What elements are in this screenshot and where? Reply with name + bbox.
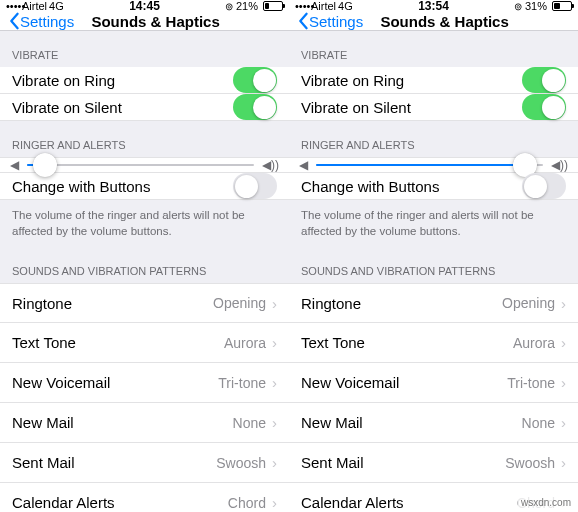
row-label: Change with Buttons: [301, 178, 522, 195]
page-title: Sounds & Haptics: [30, 13, 281, 30]
speaker-low-icon: ◀: [299, 158, 308, 172]
chevron-right-icon: ›: [272, 494, 277, 511]
section-header-vibrate: VIBRATE: [0, 31, 289, 67]
battery-pct: 21%: [236, 0, 258, 12]
speaker-high-icon: ◀)): [262, 158, 279, 172]
section-header-vibrate: VIBRATE: [289, 31, 578, 67]
vibrate-on-silent-toggle[interactable]: [522, 94, 566, 120]
chevron-right-icon: ›: [272, 295, 277, 312]
change-with-buttons-toggle[interactable]: [522, 173, 566, 199]
row-value: Aurora: [513, 335, 555, 351]
speaker-low-icon: ◀: [10, 158, 19, 172]
row-label: Vibrate on Ring: [301, 72, 522, 89]
status-bar: ••••• Airtel 4G 14:45 ⊚ 21%: [0, 0, 289, 12]
battery-icon: [550, 1, 572, 11]
network: 4G: [49, 0, 64, 12]
row-value: Chord: [228, 495, 266, 511]
row-value: Tri-tone: [507, 375, 555, 391]
row-value: Opening: [502, 295, 555, 311]
signal-icon: •••••: [295, 0, 309, 12]
chevron-right-icon: ›: [561, 374, 566, 391]
chevron-left-icon: [8, 12, 20, 30]
chevron-right-icon: ›: [272, 414, 277, 431]
vibrate-on-ring-row[interactable]: Vibrate on Ring: [289, 67, 578, 94]
alarm-icon: ⊚: [514, 1, 522, 12]
status-time: 13:54: [418, 0, 449, 13]
chevron-right-icon: ›: [272, 454, 277, 471]
chevron-right-icon: ›: [272, 334, 277, 351]
sound-row[interactable]: New VoicemailTri-tone›: [0, 363, 289, 403]
row-label: Ringtone: [301, 295, 502, 312]
sound-row[interactable]: RingtoneOpening›: [0, 283, 289, 323]
page-title: Sounds & Haptics: [319, 13, 570, 30]
section-footer: The volume of the ringer and alerts will…: [289, 200, 578, 247]
sound-row[interactable]: New MailNone›: [0, 403, 289, 443]
watermark: wsxdn.com: [518, 496, 574, 509]
vibrate-on-ring-toggle[interactable]: [233, 67, 277, 93]
left-pane: ••••• Airtel 4G 14:45 ⊚ 21% Settings Sou…: [0, 0, 289, 512]
row-value: Swoosh: [216, 455, 266, 471]
row-value: Aurora: [224, 335, 266, 351]
vibrate-on-silent-row[interactable]: Vibrate on Silent: [289, 94, 578, 121]
sound-row[interactable]: New MailNone›: [289, 403, 578, 443]
status-time: 14:45: [129, 0, 160, 13]
right-pane: ••••• Airtel 4G 13:54 ⊚ 31% Settings Sou…: [289, 0, 578, 512]
row-label: New Voicemail: [301, 374, 507, 391]
chevron-left-icon: [297, 12, 309, 30]
row-value: Tri-tone: [218, 375, 266, 391]
section-footer: The volume of the ringer and alerts will…: [0, 200, 289, 247]
vibrate-on-ring-row[interactable]: Vibrate on Ring: [0, 67, 289, 94]
chevron-right-icon: ›: [561, 454, 566, 471]
chevron-right-icon: ›: [561, 334, 566, 351]
vibrate-on-silent-row[interactable]: Vibrate on Silent: [0, 94, 289, 121]
sound-row[interactable]: New VoicemailTri-tone›: [289, 363, 578, 403]
sound-row[interactable]: Sent MailSwoosh›: [289, 443, 578, 483]
nav-bar: Settings Sounds & Haptics: [0, 12, 289, 31]
chevron-right-icon: ›: [561, 295, 566, 312]
change-with-buttons-row[interactable]: Change with Buttons: [289, 173, 578, 200]
row-label: New Mail: [301, 414, 522, 431]
section-header-ringer: RINGER AND ALERTS: [289, 121, 578, 157]
network: 4G: [338, 0, 353, 12]
status-bar: ••••• Airtel 4G 13:54 ⊚ 31%: [289, 0, 578, 12]
row-value: Opening: [213, 295, 266, 311]
volume-slider-row: ◀ ◀)): [289, 157, 578, 173]
row-label: Vibrate on Silent: [301, 99, 522, 116]
row-label: Calendar Alerts: [301, 494, 517, 511]
row-label: Vibrate on Ring: [12, 72, 233, 89]
row-label: New Voicemail: [12, 374, 218, 391]
battery-pct: 31%: [525, 0, 547, 12]
volume-slider-row: ◀ ◀)): [0, 157, 289, 173]
carrier: Airtel: [22, 0, 47, 12]
row-label: Text Tone: [301, 334, 513, 351]
sound-row[interactable]: Sent MailSwoosh›: [0, 443, 289, 483]
row-value: Swoosh: [505, 455, 555, 471]
battery-icon: [261, 1, 283, 11]
signal-icon: •••••: [6, 0, 20, 12]
volume-slider[interactable]: [27, 164, 254, 166]
sound-row[interactable]: Text ToneAurora›: [0, 323, 289, 363]
vibrate-on-ring-toggle[interactable]: [522, 67, 566, 93]
sounds-list-left: RingtoneOpening›Text ToneAurora›New Voic…: [0, 283, 289, 512]
nav-bar: Settings Sounds & Haptics: [289, 12, 578, 31]
section-header-sounds: SOUNDS AND VIBRATION PATTERNS: [289, 247, 578, 283]
row-label: Change with Buttons: [12, 178, 233, 195]
row-label: Vibrate on Silent: [12, 99, 233, 116]
chevron-right-icon: ›: [561, 414, 566, 431]
change-with-buttons-toggle[interactable]: [233, 173, 277, 199]
row-label: Sent Mail: [301, 454, 505, 471]
sounds-list-right: RingtoneOpening›Text ToneAurora›New Voic…: [289, 283, 578, 512]
row-value: None: [233, 415, 266, 431]
sound-row[interactable]: Text ToneAurora›: [289, 323, 578, 363]
row-label: Text Tone: [12, 334, 224, 351]
vibrate-on-silent-toggle[interactable]: [233, 94, 277, 120]
sound-row[interactable]: RingtoneOpening›: [289, 283, 578, 323]
row-label: Sent Mail: [12, 454, 216, 471]
row-value: None: [522, 415, 555, 431]
sound-row[interactable]: Calendar AlertsChord›: [0, 483, 289, 512]
alarm-icon: ⊚: [225, 1, 233, 12]
section-header-ringer: RINGER AND ALERTS: [0, 121, 289, 157]
volume-slider[interactable]: [316, 164, 543, 166]
change-with-buttons-row[interactable]: Change with Buttons: [0, 173, 289, 200]
carrier: Airtel: [311, 0, 336, 12]
